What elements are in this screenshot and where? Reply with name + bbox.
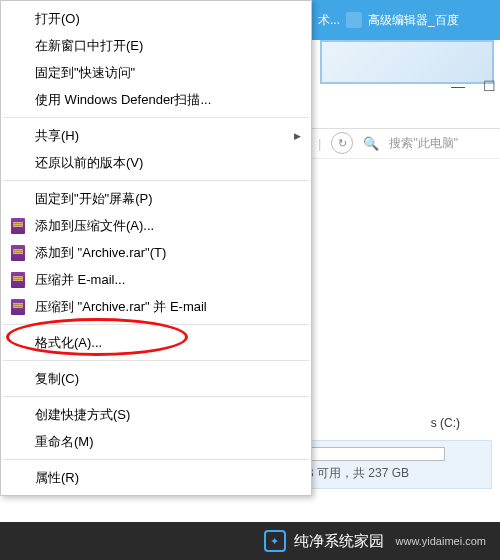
minimize-icon[interactable]: — [451,78,465,94]
menu-add-archive-rar[interactable]: 添加到 "Archive.rar"(T) [1,239,311,266]
rar-icon [9,217,27,235]
menu-pin-quick-access[interactable]: 固定到"快速访问" [1,59,311,86]
menu-copy-label: 复制(C) [35,370,79,388]
menu-compress-email-label: 压缩并 E-mail... [35,271,125,289]
watermark: ✦ 纯净系统家园 www.yidaimei.com [0,522,500,560]
toolbar-separator: | [318,136,321,151]
window-buttons: — ☐ [451,78,496,94]
menu-open[interactable]: 打开(O) [1,5,311,32]
menu-restore-label: 还原以前的版本(V) [35,154,143,172]
separator [3,396,309,397]
toolbar: | ↻ 🔍 搜索"此电脑" [310,128,500,159]
menu-format[interactable]: 格式化(A)... [1,329,311,356]
ribbon: — ☐ [310,40,500,129]
menu-share-label: 共享(H) [35,127,79,145]
watermark-logo-icon: ✦ [264,530,286,552]
rar-icon [9,298,27,316]
menu-properties-label: 属性(R) [35,469,79,487]
app-icon [346,12,362,28]
menu-defender-scan[interactable]: 使用 Windows Defender扫描... [1,86,311,113]
watermark-url: www.yidaimei.com [396,535,486,547]
menu-rename[interactable]: 重命名(M) [1,428,311,455]
refresh-icon[interactable]: ↻ [331,132,353,154]
separator [3,117,309,118]
menu-shortcut-label: 创建快捷方式(S) [35,406,130,424]
titlebar-text-2: 高级编辑器_百度 [368,12,459,29]
titlebar: 术... 高级编辑器_百度 [310,0,500,40]
menu-copy[interactable]: 复制(C) [1,365,311,392]
search-icon[interactable]: 🔍 [363,136,379,151]
menu-open-new-window-label: 在新窗口中打开(E) [35,37,143,55]
watermark-brand: 纯净系统家园 [294,532,384,551]
menu-pin-start-label: 固定到"开始"屏幕(P) [35,190,153,208]
maximize-icon[interactable]: ☐ [483,78,496,94]
menu-share[interactable]: 共享(H) [1,122,311,149]
menu-add-archive-label: 添加到压缩文件(A)... [35,217,154,235]
menu-open-new-window[interactable]: 在新窗口中打开(E) [1,32,311,59]
menu-add-archive-rar-label: 添加到 "Archive.rar"(T) [35,244,166,262]
menu-create-shortcut[interactable]: 创建快捷方式(S) [1,401,311,428]
menu-compress-rar-email-label: 压缩到 "Archive.rar" 并 E-mail [35,298,207,316]
rar-icon [9,244,27,262]
menu-open-label: 打开(O) [35,10,80,28]
menu-format-label: 格式化(A)... [35,334,102,352]
menu-add-archive[interactable]: 添加到压缩文件(A)... [1,212,311,239]
separator [3,180,309,181]
menu-restore-versions[interactable]: 还原以前的版本(V) [1,149,311,176]
menu-rename-label: 重命名(M) [35,433,94,451]
rar-icon [9,271,27,289]
separator [3,459,309,460]
menu-properties[interactable]: 属性(R) [1,464,311,491]
menu-compress-email[interactable]: 压缩并 E-mail... [1,266,311,293]
menu-compress-rar-email[interactable]: 压缩到 "Archive.rar" 并 E-mail [1,293,311,320]
drive-label: s (C:) [431,416,460,430]
separator [3,360,309,361]
search-input[interactable]: 搜索"此电脑" [389,135,492,152]
menu-pin-start[interactable]: 固定到"开始"屏幕(P) [1,185,311,212]
menu-pin-quick-label: 固定到"快速访问" [35,64,135,82]
titlebar-text-1: 术... [318,12,340,29]
separator [3,324,309,325]
context-menu: 打开(O) 在新窗口中打开(E) 固定到"快速访问" 使用 Windows De… [0,0,312,496]
menu-defender-label: 使用 Windows Defender扫描... [35,91,211,109]
